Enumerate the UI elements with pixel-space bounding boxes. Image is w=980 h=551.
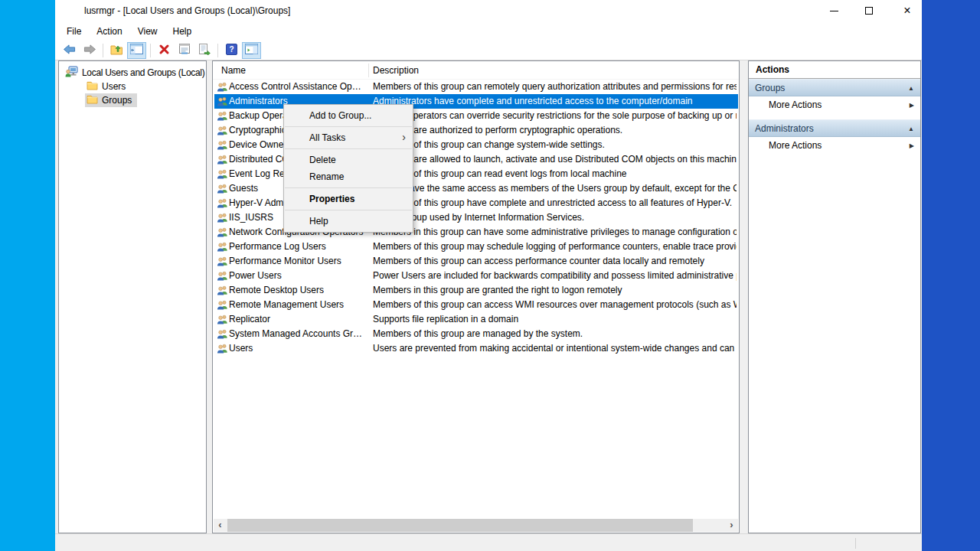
menu-item-label: Properties [309,194,354,204]
properties-icon [178,44,191,54]
list-row-remote-management-users[interactable]: Remote Management UsersMembers of this g… [214,298,738,312]
column-divider[interactable] [368,64,369,77]
forward-button[interactable] [80,42,99,59]
list-row-replicator[interactable]: ReplicatorSupports file replication in a… [214,312,738,327]
minimize-icon [830,11,838,11]
row-description: Members of this group may schedule loggi… [373,240,737,254]
column-header-description[interactable]: Description [373,65,419,76]
app-icon [65,5,78,17]
close-button[interactable]: × [893,0,922,21]
list-row-performance-monitor-users[interactable]: Performance Monitor UsersMembers of this… [214,254,738,269]
menu-file[interactable]: File [59,24,89,39]
expand-right-icon: ▶ [910,96,914,114]
group-icon [217,270,228,282]
delete-button[interactable] [155,42,174,59]
actions-section-label: Administrators [755,123,814,134]
list-row-access-control-assistance-operators[interactable]: Access Control Assistance OperatorsMembe… [214,80,738,94]
group-icon [217,256,228,267]
svg-text:?: ? [229,45,234,54]
list-row-users[interactable]: UsersUsers are prevented from making acc… [214,341,738,356]
row-description: Backup Operators can override security r… [373,109,737,123]
group-icon [217,154,228,165]
scroll-left-icon[interactable]: ‹ [214,519,227,532]
column-header-name[interactable]: Name [221,65,246,76]
menu-separator [285,148,412,149]
maximize-button[interactable] [854,0,884,21]
collapse-up-icon[interactable]: ▲ [908,80,914,97]
title-bar[interactable]: lusrmgr - [Local Users and Groups (Local… [55,0,922,21]
menu-item-label: Rename [309,171,344,182]
group-icon [217,212,228,223]
actions-sections: Groups▲More Actions▶Administrators▲More … [749,79,920,155]
menu-separator [285,210,412,210]
list-row-performance-log-users[interactable]: Performance Log UsersMembers of this gro… [214,240,738,254]
folder-icon [87,94,98,104]
context-menu-item-add-to-group-[interactable]: Add to Group... [284,107,413,124]
list-row-remote-desktop-users[interactable]: Remote Desktop UsersMembers in this grou… [214,283,738,298]
menu-item-label: Help [309,216,328,227]
export-list-button[interactable] [194,42,214,59]
context-menu-item-properties[interactable]: Properties [284,191,413,207]
menu-item-label: Add to Group... [309,110,371,121]
group-icon [217,314,228,325]
window-title: lusrmgr - [Local Users and Groups (Local… [84,5,290,16]
row-description: Members of this group can access WMI res… [373,298,737,312]
show-console-tree-button[interactable] [127,42,146,59]
delete-x-icon [158,44,170,55]
row-name: Access Control Assistance Operators [229,80,365,94]
collapse-up-icon[interactable]: ▲ [908,120,914,138]
actions-panel-title: Actions [749,61,920,79]
actions-section-administrators[interactable]: Administrators▲ [749,119,920,137]
list-row-power-users[interactable]: Power UsersPower Users are included for … [214,269,738,283]
actions-section-groups[interactable]: Groups▲ [749,79,920,96]
group-icon [217,285,228,296]
menu-separator [285,126,412,127]
help-button[interactable]: ? [222,42,241,59]
tree-item-highlight: Groups [85,93,137,107]
row-name: Replicator [229,312,365,327]
tree-item-local-users-and-groups-local-[interactable]: Local Users and Groups (Local) [59,66,206,80]
minimize-button[interactable] [819,0,848,21]
tree-item-groups[interactable]: Groups [59,93,206,107]
toolbar: ? [55,41,922,60]
group-icon [217,81,228,93]
actions-item-more-actions[interactable]: More Actions▶ [749,137,920,155]
expand-right-icon: ▶ [910,137,914,155]
context-menu-item-help[interactable]: Help [284,213,413,230]
menu-view[interactable]: View [130,24,165,39]
group-icon [217,110,228,122]
row-description: Members of this group can read event log… [373,167,737,181]
group-icon [217,168,228,180]
show-action-pane-button[interactable] [242,42,261,59]
actions-panel: Actions Groups▲More Actions▶Administrato… [748,60,921,533]
context-menu-item-rename[interactable]: Rename [284,168,413,185]
menu-help[interactable]: Help [165,24,200,39]
row-description: Members in this group can have some admi… [373,225,737,240]
scroll-right-icon[interactable]: › [725,519,738,532]
row-name: Remote Management Users [229,298,365,312]
tree-item-users[interactable]: Users [59,80,206,93]
actions-item-label: More Actions [769,99,822,110]
actions-section-label: Groups [755,83,785,93]
back-button[interactable] [60,42,79,59]
group-icon [217,227,228,238]
tree-item-label: Groups [102,95,132,106]
list-row-system-managed-accounts-group[interactable]: System Managed Accounts GroupMembers of … [214,327,738,341]
row-description: Power Users are included for backwards c… [373,269,737,283]
menu-bar: FileActionViewHelp [55,21,922,41]
context-menu-item-all-tasks[interactable]: All Tasks› [284,129,413,146]
group-icon [217,343,228,354]
row-description: Members of this group are managed by the… [373,327,737,341]
context-menu-item-delete[interactable]: Delete [284,152,413,168]
properties-button[interactable] [175,42,194,59]
menu-action[interactable]: Action [89,24,129,39]
row-name: Performance Log Users [229,240,365,254]
actions-item-more-actions[interactable]: More Actions▶ [749,96,920,114]
menu-item-label: Delete [309,155,336,165]
folder-icon [87,80,98,93]
lusrmgr-window: lusrmgr - [Local Users and Groups (Local… [55,0,922,551]
up-one-level-button[interactable] [107,42,126,59]
row-name: Remote Desktop Users [229,283,365,298]
scrollbar-thumb[interactable] [227,519,693,532]
tree-item-label: Users [102,81,126,92]
